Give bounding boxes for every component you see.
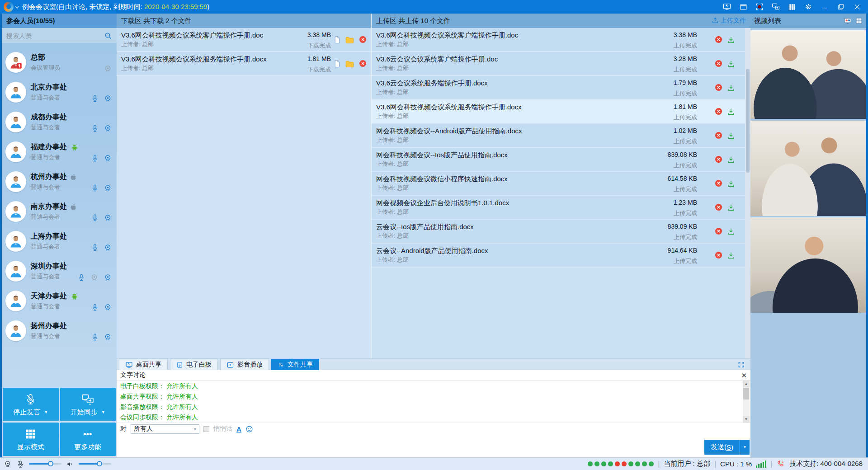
upload-file-row[interactable]: V3.6云会议系统服务端操作手册.docx上传者: 总部1.79 MB上传完成 xyxy=(372,76,750,100)
camera-icon[interactable] xyxy=(104,303,112,312)
upload-file-row[interactable]: 网会科技视频会议--Ios版产品使用指南.docx上传者: 总部839.08 K… xyxy=(372,148,750,172)
chevron-down-icon[interactable] xyxy=(15,3,19,10)
open-folder-icon[interactable] xyxy=(345,60,354,68)
participant-row[interactable]: 福建办事处普通与会者 xyxy=(2,137,117,167)
delete-icon[interactable] xyxy=(714,227,723,235)
sidebar-button-sync[interactable]: 开始同步▼ xyxy=(60,388,116,421)
speaker-icon[interactable] xyxy=(66,460,74,468)
scrollbar-thumb[interactable] xyxy=(743,388,749,400)
camera-icon[interactable] xyxy=(104,124,112,133)
upload-file-row[interactable]: 网会视频会议企业后台使用说明书1.0.1.docx上传者: 总部1.23 MB上… xyxy=(372,196,750,220)
mic-icon[interactable] xyxy=(91,124,99,133)
recipient-select[interactable]: 所有人 ▾ xyxy=(131,424,199,434)
participant-row[interactable]: 南京办事处普通与会者 xyxy=(2,197,117,226)
participant-row[interactable]: 总部会议管理员 xyxy=(2,47,117,77)
chat-scrollbar[interactable]: ▲ ▼ xyxy=(743,381,750,423)
upload-file-row[interactable]: V3.6网会科技视频会议系统服务端操作手册.docx上传者: 总部1.81 MB… xyxy=(372,100,750,124)
mic-icon[interactable] xyxy=(91,303,99,312)
mic-icon[interactable] xyxy=(91,183,99,193)
webcam-status-icon[interactable] xyxy=(4,460,12,468)
tab-file-share[interactable]: 文件共享 xyxy=(271,359,319,370)
mic-icon[interactable] xyxy=(78,273,85,282)
dropdown-caret-icon[interactable]: ▼ xyxy=(44,410,48,414)
download-icon[interactable] xyxy=(727,251,735,259)
send-dropdown-caret[interactable]: ▼ xyxy=(740,440,750,455)
sidebar-button-grid[interactable]: 显示模式 xyxy=(3,423,59,456)
upload-file-row[interactable]: V3.6云会议会议系统客户端操作手册.doc上传者: 总部3.28 MB上传完成 xyxy=(372,52,750,76)
download-icon[interactable] xyxy=(727,227,735,235)
speaker-volume-slider[interactable] xyxy=(79,463,111,465)
camera-icon[interactable] xyxy=(104,214,112,222)
mic-icon[interactable] xyxy=(91,154,99,163)
font-icon[interactable]: A xyxy=(236,425,241,433)
slider-knob[interactable] xyxy=(97,461,102,466)
screen-share-icon[interactable] xyxy=(722,2,731,11)
fullscreen-icon[interactable] xyxy=(737,361,745,368)
download-icon[interactable] xyxy=(727,155,735,164)
download-icon[interactable] xyxy=(727,60,735,68)
participant-row[interactable]: 天津办事处普通与会者 xyxy=(2,286,117,316)
delete-icon[interactable] xyxy=(714,35,723,44)
delete-icon[interactable] xyxy=(714,203,723,212)
whisper-checkbox[interactable] xyxy=(203,426,209,432)
upload-file-row[interactable]: V3.6网会科技视频会议系统客户端操作手册.doc上传者: 总部3.38 MB上… xyxy=(372,28,750,52)
emoji-icon[interactable] xyxy=(245,425,253,433)
window-mode-icon[interactable] xyxy=(739,2,748,11)
video-thumbnail[interactable] xyxy=(750,121,866,216)
webcam-grey-icon[interactable] xyxy=(104,65,112,73)
upload-file-button[interactable]: 上传文件 xyxy=(712,17,746,25)
download-icon[interactable] xyxy=(727,203,735,212)
delete-icon[interactable] xyxy=(714,155,723,164)
camera-icon[interactable] xyxy=(104,244,112,252)
tab-whiteboard[interactable]: 电子白板 xyxy=(170,359,218,370)
upload-scrollbar[interactable] xyxy=(745,28,750,358)
upload-file-row[interactable]: 云会议--Ios版产品使用指南.docx上传者: 总部839.09 KB上传完成 xyxy=(372,220,750,244)
camera-icon[interactable] xyxy=(104,333,112,342)
tab-media-play[interactable]: 影音播放 xyxy=(220,359,269,370)
participant-row[interactable]: 扬州办事处普通与会者 xyxy=(2,316,117,346)
download-icon[interactable] xyxy=(727,84,735,92)
scroll-up-icon[interactable]: ▲ xyxy=(743,381,750,387)
mic-muted-icon[interactable] xyxy=(16,460,24,468)
upload-file-row[interactable]: 云会议--Android版产品使用指南.docx上传者: 总部914.64 KB… xyxy=(372,244,750,268)
delete-icon[interactable] xyxy=(714,131,723,140)
sync-devices-icon[interactable] xyxy=(771,2,780,11)
delete-icon[interactable] xyxy=(714,251,723,259)
download-icon[interactable] xyxy=(727,132,735,140)
camera-icon[interactable] xyxy=(104,184,112,193)
tab-desktop-share[interactable]: 桌面共享 xyxy=(119,359,168,370)
sidebar-button-more[interactable]: 更多功能 xyxy=(60,423,116,456)
keypad-icon[interactable] xyxy=(788,2,797,11)
delete-icon[interactable] xyxy=(359,35,367,44)
delete-icon[interactable] xyxy=(714,179,723,188)
search-icon[interactable] xyxy=(104,32,112,40)
camera-icon[interactable] xyxy=(104,273,112,282)
participant-row[interactable]: 深圳办事处普通与会者 xyxy=(2,256,117,286)
camera-icon[interactable] xyxy=(104,154,112,163)
webcam-grey-icon[interactable] xyxy=(90,273,99,282)
mic-icon[interactable] xyxy=(91,243,99,252)
scroll-down-icon[interactable]: ▼ xyxy=(743,416,750,423)
mic-volume-slider[interactable] xyxy=(29,463,61,465)
settings-icon[interactable] xyxy=(804,2,813,11)
open-file-icon[interactable] xyxy=(333,59,341,68)
record-icon[interactable] xyxy=(755,2,764,11)
sidebar-button-mic-off[interactable]: 停止发言▼ xyxy=(3,388,59,421)
download-file-row[interactable]: V3.6网会科技视频会议系统客户端操作手册.doc上传者: 总部3.38 MB下… xyxy=(117,28,371,52)
participant-row[interactable]: 杭州办事处普通与会者 xyxy=(2,167,117,197)
download-icon[interactable] xyxy=(727,36,735,44)
participant-row[interactable]: 上海办事处普通与会者 xyxy=(2,226,117,256)
camera-icon[interactable] xyxy=(104,94,112,103)
display-icon[interactable] xyxy=(844,17,852,24)
mic-icon[interactable] xyxy=(91,94,99,103)
minimize-icon[interactable] xyxy=(820,2,829,11)
delete-icon[interactable] xyxy=(714,83,723,92)
video-thumbnail[interactable] xyxy=(750,30,866,119)
download-file-row[interactable]: V3.6网会科技视频会议系统服务端操作手册.docx上传者: 总部1.81 MB… xyxy=(117,52,371,76)
scrollbar-thumb[interactable] xyxy=(746,69,750,173)
upload-file-row[interactable]: 网会科技视频会议微信小程序快速指南.docx上传者: 总部614.58 KB上传… xyxy=(372,172,750,196)
delete-icon[interactable] xyxy=(359,59,367,68)
upload-file-row[interactable]: 网会科技视频会议--Android版产品使用指南.docx上传者: 总部1.02… xyxy=(372,124,750,148)
message-compose-area[interactable]: 发送(S) ▼ xyxy=(117,435,750,457)
participant-row[interactable]: 北京办事处普通与会者 xyxy=(2,77,117,107)
